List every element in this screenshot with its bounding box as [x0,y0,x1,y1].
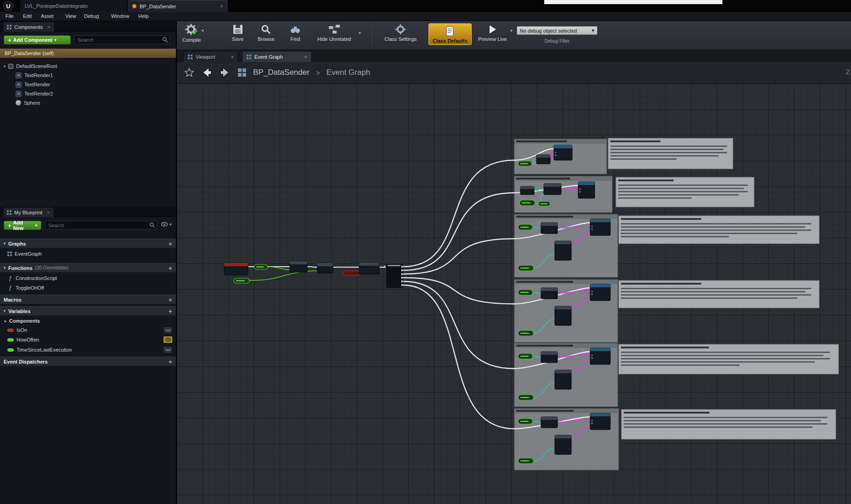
data-pin[interactable] [591,293,592,295]
menu-help[interactable]: Help [138,13,149,19]
bool-variable-node[interactable] [343,271,360,275]
functions-section-header[interactable]: ▾ Functions (20 Overridable) + [0,263,176,273]
close-tab-icon[interactable]: × [220,3,223,10]
event-graph-canvas[interactable] [177,84,851,504]
hide-unrelated-button[interactable]: Hide Unrelated [317,24,351,42]
close-panel-icon[interactable]: × [47,24,50,30]
class-defaults-label: Class Defaults [433,38,468,44]
asset-icon [132,4,136,8]
add-new-button[interactable]: + Add New ▾ [4,221,41,230]
comment-box-1[interactable] [608,138,733,169]
instance-editable-eye-icon[interactable] [163,347,172,353]
close-tab-icon[interactable]: × [231,54,234,60]
preview-live-button[interactable]: Preview Live [478,24,507,42]
variable-row[interactable]: IsOn [0,325,176,335]
browse-button[interactable]: Browse [258,24,275,42]
tab-event-graph[interactable]: Event Graph × [242,51,312,62]
expander-icon[interactable]: ▾ [4,64,6,68]
unreal-logo-icon[interactable]: U [3,1,13,11]
struct-pin[interactable] [591,225,592,227]
component-self-row[interactable]: BP_DataSender (self) [0,49,176,58]
sequence-node[interactable] [386,263,403,288]
instance-editable-eye-icon[interactable] [163,336,172,343]
tab-components[interactable]: Components × [3,22,55,32]
macros-section-header[interactable]: Macros + [0,295,176,304]
class-defaults-button[interactable]: Class Defaults [428,23,472,45]
graph-svg[interactable] [177,84,851,504]
tree-item-label: TextRender2 [24,91,53,96]
data-pin[interactable] [591,357,592,358]
compile-options-caret[interactable]: ▾ [202,28,204,33]
unreal-blueprint-editor: U LVL_PixotopeDataIntegratio BP_DataSend… [0,0,851,504]
variable-row[interactable]: HowOften [0,335,176,344]
menu-window[interactable]: Window [111,13,129,19]
preview-live-caret[interactable]: ▾ [510,28,513,33]
debug-object-dropdown[interactable]: No debug object selected ▾ [517,26,597,35]
close-panel-icon[interactable]: × [47,210,50,215]
struct-pin[interactable] [591,420,592,421]
struct-pin[interactable] [579,188,580,190]
component-tree-item[interactable]: Sphere [0,98,176,107]
menu-debug[interactable]: Debug [84,13,99,19]
add-variable-button[interactable]: + [169,308,172,315]
menu-edit[interactable]: Edit [23,13,32,19]
view-options-button[interactable]: ▾ [161,222,172,227]
data-pin[interactable] [591,422,592,424]
struct-pin[interactable] [591,291,592,292]
menu-asset[interactable]: Asset [41,13,54,19]
function-item[interactable]: ƒ ToggleOnOff [0,283,176,292]
add-graph-button[interactable]: + [169,240,172,247]
event-dispatchers-header[interactable]: Event Dispatchers + [0,357,176,366]
function-item[interactable]: ƒ ConstructionScript [0,274,176,283]
variable-row[interactable]: TimeSinceLastExecution [0,345,176,354]
class-settings-button[interactable]: Class Settings [384,24,417,42]
add-macro-button[interactable]: + [169,296,172,303]
tab-my-blueprint[interactable]: My Blueprint × [3,207,54,217]
component-tree-item[interactable]: ▾ DefaultSceneRoot [0,62,176,71]
exec-wire [307,267,317,267]
eventgraph-item[interactable]: EventGraph [0,249,176,258]
eventgraph-label: EventGraph [15,251,42,257]
exec-in-pin[interactable] [384,265,386,268]
graphs-section-header[interactable]: ▾ Graphs + [0,239,176,248]
back-arrow-icon[interactable] [201,67,213,78]
component-tree-item[interactable]: A TextRender [0,80,176,89]
variables-category-components[interactable]: ▸ Components [0,316,176,325]
myblueprint-search-input[interactable] [45,221,157,230]
pill-label-bar [520,460,529,461]
debug-object-value: No debug object selected [520,28,577,34]
variables-section-header[interactable]: ▾ Variables + [0,306,176,316]
component-tree-item[interactable]: A TextRender1 [0,71,176,80]
forward-arrow-icon[interactable] [219,67,231,78]
add-function-button[interactable]: + [169,264,172,272]
data-pin[interactable] [555,154,556,156]
add-component-button[interactable]: + Add Component ▾ [4,35,71,45]
struct-pin[interactable] [591,354,592,356]
struct-pin[interactable] [555,151,556,153]
menu-view[interactable]: View [65,13,76,19]
components-search-input[interactable] [74,35,170,44]
compile-button[interactable]: Compile [182,24,201,43]
add-dispatcher-button[interactable]: + [169,358,172,365]
find-label: Find [290,36,300,42]
save-button[interactable]: Save [232,24,243,42]
find-button[interactable]: Find [290,24,301,42]
comment-text-line [621,294,811,296]
menu-file[interactable]: File [6,13,14,19]
component-tree-item[interactable]: A TextRender2 [0,89,176,98]
tab-viewport[interactable]: Viewport × [183,51,238,62]
data-pin[interactable] [591,228,592,230]
graphs-header-label: Graphs [8,241,26,246]
tree-item-label: TextRender [24,82,50,87]
instance-editable-eye-icon[interactable] [163,327,172,333]
data-pin[interactable] [579,191,580,192]
asset-tab-level[interactable]: LVL_PixotopeDataIntegratio [20,0,127,12]
node-header [541,223,558,226]
breadcrumb-asset[interactable]: BP_DataSender [253,68,310,77]
close-tab-icon[interactable]: × [304,54,307,60]
node-header [555,370,571,373]
pill-label-bar [256,267,264,268]
hide-unrelated-caret[interactable]: ▾ [359,30,361,35]
favorite-star-icon[interactable] [184,67,194,78]
asset-tab-datasender[interactable]: BP_DataSender × [128,0,228,12]
